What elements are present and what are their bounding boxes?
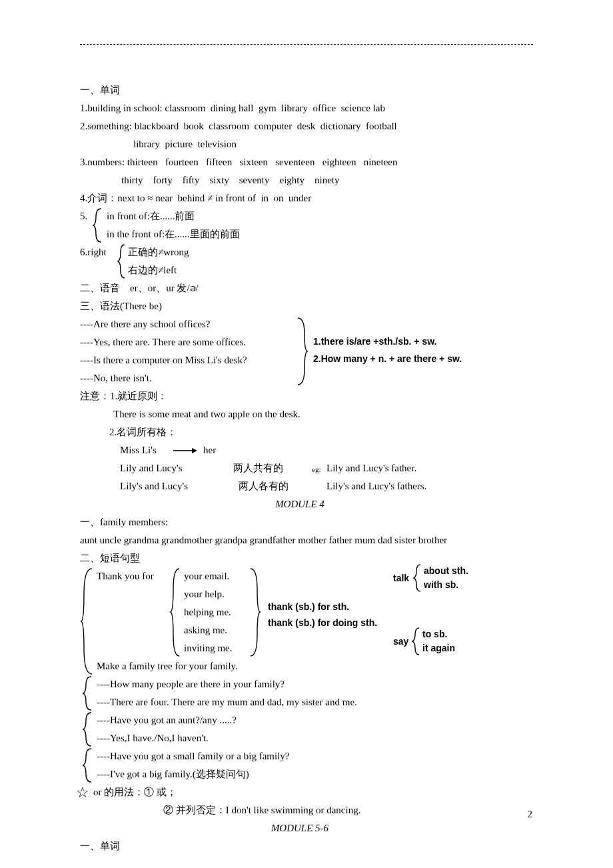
say2: it again — [422, 639, 455, 657]
brace-right-icon — [297, 317, 308, 386]
item6-a: 正确的≠wrong — [128, 243, 189, 261]
sec2-title: 二、语音 er、or、ur 发/ə/ — [80, 279, 546, 297]
d1b: ----There are four. There are my mum and… — [97, 693, 357, 711]
dialog2: ----Have you got an aunt?/any .....? ---… — [80, 711, 546, 747]
item6-b: 右边的≠left — [128, 261, 177, 279]
poss1a: Miss Li's — [120, 441, 157, 459]
q3: ----Is there a computer on Miss Li's des… — [80, 351, 247, 369]
d2b: ----Yes,I have./No,I haven't. — [97, 729, 209, 747]
poss-row3: Lily's and Lucy's 两人各有的 Lily's and Lucy'… — [80, 477, 546, 495]
item5-num: 5. — [80, 207, 87, 225]
item6-label: 6.right — [80, 243, 107, 261]
arrow-icon — [173, 448, 197, 456]
thank-block: Thank you for your email. your help. hel… — [80, 567, 546, 657]
d1a: ----How many people are there in your fa… — [97, 675, 285, 693]
brace-big-left-icon — [80, 567, 95, 675]
dialog3: ----Have you got a small family or a big… — [80, 747, 546, 783]
opt3: asking me. — [184, 621, 227, 639]
brace-icon — [83, 675, 93, 711]
sec5-title: 一、单词 — [80, 837, 546, 855]
d2a: ----Have you got an aunt?/any .....? — [97, 711, 237, 729]
opt1: your help. — [184, 585, 225, 603]
say-label: say — [393, 633, 408, 651]
module56-heading: MODULE 5-6 — [80, 819, 520, 837]
note2: 2.How many + n. + are there + sw. — [313, 350, 462, 368]
dialog1: ----How many people are there in your fa… — [80, 675, 546, 711]
item5-a: in front of:在......前面 — [107, 207, 195, 225]
thank-note1: thank (sb.) for sth. — [268, 598, 349, 616]
there-be-block: ----Are there any school offices? ----Ye… — [80, 315, 546, 387]
star-icon: ☆ — [76, 783, 89, 801]
sec1-title: 一、单词 — [80, 81, 546, 99]
module4-heading: MODULE 4 — [80, 495, 520, 513]
item6-block: 6.right 正确的≠wrong 右边的≠left — [80, 243, 546, 279]
line-something: 2.something: blackboard book classroom c… — [80, 117, 546, 135]
brace-icon — [83, 711, 93, 747]
line-numbers-cont: thirty forty fifty sixty seventy eighty … — [80, 171, 546, 189]
poss-row2: Lily and Lucy's 两人共有的 eg: Lily and Lucy'… — [80, 459, 546, 477]
or-body: ② 并列否定：I don't like swimming or dancing. — [80, 801, 546, 819]
poss2c: Lily and Lucy's father. — [326, 459, 416, 477]
poss2b: 两人共有的 — [233, 459, 283, 477]
item5-b: in the front of:在......里面的前面 — [107, 225, 240, 243]
brace-icon — [412, 627, 421, 656]
family-list: aunt uncle grandma grandmother grandpa g… — [80, 531, 546, 549]
make-line: Make a family tree for your family. — [80, 657, 546, 675]
line-something-cont: library picture television — [80, 135, 546, 153]
opt4: inviting me. — [184, 639, 233, 657]
poss3c: Lily's and Lucy's fathers. — [326, 477, 426, 495]
d3a: ----Have you got a small family or a big… — [97, 747, 290, 765]
opt0: your email. — [184, 567, 229, 585]
phrase-head: 二、短语句型 — [80, 549, 546, 567]
content: 一、单词 1.building in school: classroom din… — [80, 81, 546, 855]
poss3a: Lily's and Lucy's — [120, 477, 188, 495]
zy-head: 注意：1.就近原则： — [80, 387, 546, 405]
family-head: 一、family members: — [80, 513, 546, 531]
thank-note2: thank (sb.) for doing sth. — [268, 614, 377, 632]
line-prep: 4.介词：next to ≈ near behind ≠ in front of… — [80, 189, 546, 207]
item5-block: 5. in front of:在......前面 in the front of… — [80, 207, 546, 243]
page-number: 2 — [528, 809, 533, 820]
poss2eg: eg: — [312, 461, 320, 479]
top-rule — [80, 44, 533, 45]
poss2a: Lily and Lucy's — [120, 459, 183, 477]
poss-head: 2.名词所有格： — [80, 423, 546, 441]
q2: ----Yes, there are. There are some offic… — [80, 333, 246, 351]
brace-right-icon — [249, 567, 261, 657]
or-row: ☆ or 的用法：① 或； — [80, 783, 546, 801]
zy-ex: There is some meat and two apple on the … — [80, 405, 546, 423]
opt2: helping me. — [184, 603, 231, 621]
q1: ----Are there any school offices? — [80, 315, 210, 333]
brace-icon — [83, 747, 93, 783]
page: 一、单词 1.building in school: classroom din… — [0, 0, 613, 868]
talk2: with sb. — [424, 576, 458, 594]
talk-label: talk — [393, 569, 409, 587]
poss-row1: Miss Li's her — [80, 441, 546, 459]
brace-left-icon — [170, 567, 182, 657]
sec3-title: 三、语法(There be) — [80, 297, 546, 315]
or-head: or 的用法：① 或； — [80, 787, 177, 797]
brace-icon — [413, 563, 422, 593]
poss3b: 两人各有的 — [239, 477, 289, 495]
note1: 1.there is/are +sth./sb. + sw. — [313, 333, 436, 351]
thank-label: Thank you for — [97, 567, 154, 585]
poss1b: her — [203, 441, 216, 459]
d3b: ----I've got a big family.(选择疑问句) — [97, 765, 249, 783]
brace-icon — [117, 243, 127, 279]
q4: ----No, there isn't. — [80, 369, 152, 387]
line-building: 1.building in school: classroom dining h… — [80, 99, 546, 117]
brace-icon — [92, 207, 104, 243]
line-numbers: 3.numbers: thirteen fourteen fifteen six… — [80, 153, 546, 171]
